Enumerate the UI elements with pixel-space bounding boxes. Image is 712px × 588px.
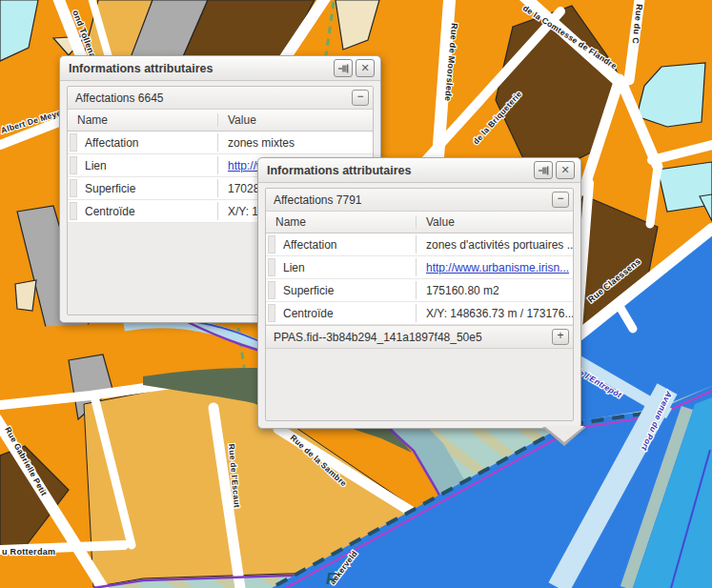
accordion-title: Affectations 7791 [274,193,362,207]
row-indicator [70,179,77,197]
attr-name: Centroïde [85,205,135,218]
popup-anchor-pointer [542,428,586,447]
pin-button[interactable] [334,59,353,77]
collapse-icon: − [557,192,563,205]
table-row: Affectation zones d'activités portuaires… [266,233,573,256]
column-header-value: Value [218,113,373,127]
collapse-icon: − [356,90,363,103]
expand-icon: + [557,329,563,342]
street-label: u Rotterdam [2,547,55,557]
close-icon: ✕ [560,165,569,175]
attr-value: zones d'activités portuaires ... [417,238,573,252]
table-row: Superficie 175160.80 m2 [266,279,573,302]
window-titlebar[interactable]: Informations attributaires ✕ [60,56,380,81]
row-indicator [268,258,275,276]
row-indicator [70,156,77,174]
attr-value: 175160.80 m2 [417,284,573,297]
attr-name: Superficie [85,182,135,195]
row-indicator [268,281,275,299]
close-icon: ✕ [360,63,369,73]
table-row: Centroïde X/Y: 148636.73 m / 173176... [266,302,573,325]
window-title: Informations attributaires [69,62,331,75]
attribute-info-window-2: Informations attributaires ✕ Affectation… [257,157,581,429]
column-header-name: Name [68,113,218,127]
collapse-button[interactable]: − [552,192,569,208]
close-button[interactable]: ✕ [356,59,375,77]
zone-beige [15,280,36,311]
window-title: Informations attributaires [267,164,531,177]
table-header-row: Name Value [266,212,573,233]
row-indicator [268,235,275,253]
attr-name: Affectation [85,136,138,150]
attr-name: Affectation [283,238,336,252]
column-header-name: Name [266,215,417,229]
attr-name: Lien [283,261,305,274]
accordion-title: Affectations 6645 [75,91,164,105]
attr-value: zones mixtes [218,136,373,150]
attr-name: Centroïde [283,307,334,320]
window-titlebar[interactable]: Informations attributaires ✕ [258,158,580,183]
accordion-title: PPAS.fid--3b84b294_141a1897f48_50e5 [274,331,482,344]
pin-icon [337,63,349,74]
table-header-row: Name Value [68,110,373,132]
row-indicator [70,202,77,220]
place-label-partial: F [326,570,336,588]
row-indicator [70,133,77,152]
expand-button[interactable]: + [552,329,569,345]
attributes-panel: Affectations 7791 − Name Value Affectati… [265,188,574,421]
accordion-header-ppas[interactable]: PPAS.fid--3b84b294_141a1897f48_50e5 + [266,325,573,349]
collapse-button[interactable]: − [352,90,369,106]
column-header-value: Value [417,215,573,229]
attr-name: Superficie [283,284,334,297]
row-indicator [268,304,275,322]
accordion-header-affectations[interactable]: Affectations 6645 − [68,87,373,110]
table-row: Lien http://www.urbanisme.irisn... [266,256,573,279]
table-row: Affectation zones mixtes [68,132,373,154]
pin-icon [538,165,549,176]
attribute-table: Name Value Affectation zones d'activités… [266,212,573,325]
gis-application: ond Tollenaere Avenue Richard Albert De … [0,0,712,588]
attr-value: X/Y: 148636.73 m / 173176... [417,307,573,320]
close-button[interactable]: ✕ [556,161,575,179]
accordion-header-affectations[interactable]: Affectations 7791 − [266,189,573,212]
pin-button[interactable] [534,161,553,179]
attr-name: Lien [85,159,107,172]
attr-value-link[interactable]: http://www.urbanisme.irisn... [417,261,573,274]
